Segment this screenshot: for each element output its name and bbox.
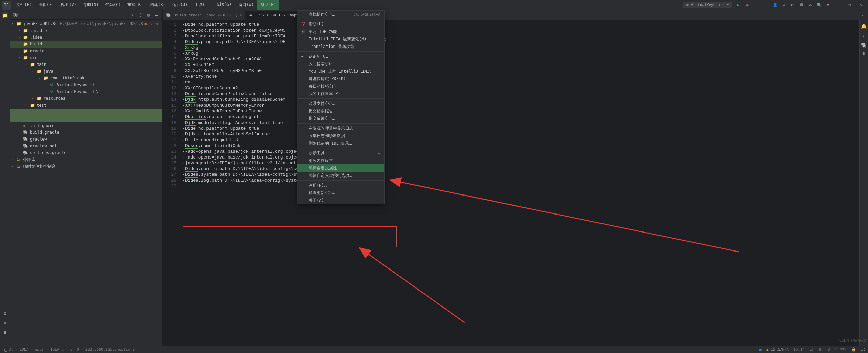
tree-row[interactable]: ▾📁com.libin9ioak [10,75,162,81]
tree-row[interactable]: ©VirtualKeyboard [10,81,162,88]
help-dropdown[interactable]: 查找操作(F)…Ctrl+Shift+A❓帮助(H)🎓学习 IDE 功能Inte… [297,10,385,204]
menu-help[interactable]: 帮助(H) [257,0,279,10]
help-menu-item[interactable]: IntelliJ IDEA 最新变化(N) [297,35,384,43]
help-menu-item[interactable]: 提交错误报告… [297,107,384,115]
help-menu-item[interactable]: ❓帮助(H) [297,20,384,28]
file-encoding[interactable]: UTF-8 [819,347,830,352]
menu-view[interactable]: 视图(V) [57,0,80,10]
help-menu-item[interactable]: 联系支持(S)… [297,100,384,107]
tree-row[interactable]: 🐘build.gradle [10,129,162,136]
tree-row[interactable]: ▸📁build [10,41,162,48]
breadcrumb-item[interactable]: D: [9,347,13,352]
cwm-icon[interactable]: 👤 [772,2,778,8]
line-separator[interactable]: LF [809,347,814,352]
tree-row[interactable]: ▾📁src [10,54,162,61]
window-minimize[interactable]: — [834,1,842,9]
git-branch-icon[interactable]: ⎇ [861,347,865,352]
tree-row[interactable]: ◉.gitignore [10,122,162,129]
menu-navigate[interactable]: 导航(N) [80,0,102,10]
run-config-selector[interactable]: ⊞ VirtualKeyboard ▾ [683,2,732,8]
tree-row[interactable] [10,115,162,122]
help-menu-item[interactable]: 提交反馈(F)… [297,115,384,122]
todo-icon[interactable]: ⊞ [2,329,8,335]
code-content[interactable]: -Dide.no.platform.update=true-Dtoolbox.n… [180,20,859,346]
debug-button-icon[interactable]: ● [745,2,750,8]
notifications-icon[interactable]: 🔔 [861,23,867,29]
breadcrumb-item[interactable]: IDEA [20,347,29,352]
window-restore[interactable]: ❐ [846,1,854,9]
tree-row[interactable]: ▾📁.gradle [10,27,162,34]
ai-assistant-icon[interactable]: ✦ [861,33,867,39]
menu-build[interactable]: 构建(B) [146,0,169,10]
update-icon[interactable]: ⇄ [781,2,787,8]
menu-run[interactable]: 运行(U) [169,0,191,10]
breadcrumbs[interactable]: D: › IDEA › apps › IDEA-U › ch-0 › 232.8… [9,347,135,352]
help-menu-item[interactable]: 查找操作(F)…Ctrl+Shift+A [297,11,384,18]
more-run-icon[interactable]: ⋮ [753,2,759,8]
tree-row[interactable]: ▸🗂临时文件和控制台 [10,163,162,170]
tree-row[interactable]: ©VirtualKeyboard_V1 [10,88,162,95]
gear-icon[interactable]: ⚙ [808,2,813,8]
editor-tab[interactable]: 🐘build.gradle (javaFx-JDK1.8)× [163,11,246,20]
help-menu-item[interactable]: 关于(A) [297,197,384,204]
run-button-icon[interactable]: ▶ [736,2,741,8]
help-menu-item[interactable]: YouTube 上的 IntelliJ IDEA [297,68,384,75]
help-menu-item[interactable]: 检查更新(C)… [297,189,384,197]
help-menu-item[interactable]: 键盘快捷键 PDF(K) [297,75,384,82]
tree-row[interactable] [10,109,162,115]
bookmarks-icon[interactable]: ◈ [2,320,8,326]
menu-code[interactable]: 代码(C) [102,0,124,10]
menu-tools[interactable]: 工具(T) [191,0,214,10]
gradle-icon[interactable]: 🐘 [861,42,867,48]
help-menu-item[interactable]: 编辑自定义虚拟机选项… [297,172,384,179]
project-tree[interactable]: ▾ 📁 javaFx-JDK1.8 ~ E:\NewProject\javaFx… [10,20,162,170]
hide-panel-icon[interactable]: — [154,12,160,18]
breadcrumb-item[interactable]: IDEA-U [50,347,64,352]
tree-row[interactable]: ▸📁.idea [10,34,162,41]
settings-panel-icon[interactable]: ⚙ [145,12,152,18]
tree-root[interactable]: ▾ 📁 javaFx-JDK1.8 ~ E:\NewProject\javaFx… [10,20,162,27]
help-menu-item[interactable]: 诊断工具▸ [297,149,384,157]
inspection-status[interactable]: ▲ 15 ∆/N/A [766,347,789,352]
tree-row[interactable]: 🐘settings.gradle [10,149,162,156]
help-menu-item[interactable]: 收集日志和诊断数据 [297,132,384,140]
help-menu-item[interactable]: 注册(R)… [297,182,384,189]
app-logo[interactable]: IJ [2,1,11,10]
indent-setting[interactable]: 4 空格 [835,347,847,352]
tree-row[interactable]: ▾📁main [10,61,162,68]
tree-row[interactable]: ▸🗂外部库 [10,156,162,163]
menu-refactor[interactable]: 重构(R) [124,0,146,10]
help-menu-item[interactable]: ✦认识新 UI [297,53,384,60]
editor[interactable]: 1234567891011121314151617181920212223242… [163,20,868,346]
help-menu-item[interactable]: 我的工作效率(P) [297,90,384,97]
tree-row[interactable]: ▸📁resources [10,95,162,102]
menu-git[interactable]: Git(G) [213,0,235,10]
readonly-toggle-icon[interactable]: 🔓 [851,347,856,352]
help-menu-item[interactable]: 每日小技巧(T) [297,82,384,90]
search-icon[interactable]: 🔍 [816,2,822,8]
tool-window-icon[interactable]: ▢ [3,347,9,353]
tree-row[interactable]: ▾📁test [10,102,162,109]
breadcrumb-item[interactable]: apps [35,347,44,352]
structure-icon[interactable]: ⚙ [2,310,8,316]
tree-row[interactable]: ▸📁gradle [10,48,162,54]
help-menu-item[interactable]: 更改内存设置 [297,157,384,164]
settings-tool-icon[interactable]: 🛠 [799,2,804,8]
menu-file[interactable]: 文件(F) [13,0,35,10]
database-icon[interactable]: 🛢 [861,52,867,58]
help-menu-item[interactable]: Translation 最新功能 [297,43,384,50]
help-menu-item[interactable]: 在资源管理器中显示日志 [297,125,384,132]
help-menu-item[interactable]: 🎓学习 IDE 功能 [297,28,384,35]
breadcrumb-item[interactable]: ch-0 [70,347,79,352]
menu-edit[interactable]: 编辑(E) [35,0,58,10]
tree-row[interactable]: 🐘gradlew.bat [10,143,162,149]
expand-all-icon[interactable]: ⋮ [137,12,143,18]
tree-row[interactable]: 🐘gradlew [10,136,162,143]
help-menu-item[interactable]: 编辑自定义属性… [297,164,384,172]
help-menu-item[interactable]: 删除残留的 IDE 目录… [297,140,384,147]
close-tab-icon[interactable]: × [240,13,242,17]
project-tool-icon[interactable]: 📁 [2,12,8,18]
cursor-position[interactable]: 10:14 [793,347,805,352]
select-opened-file-icon[interactable]: ⌖ [129,12,135,18]
help-menu-item[interactable]: 入门指南(G) [297,60,384,68]
